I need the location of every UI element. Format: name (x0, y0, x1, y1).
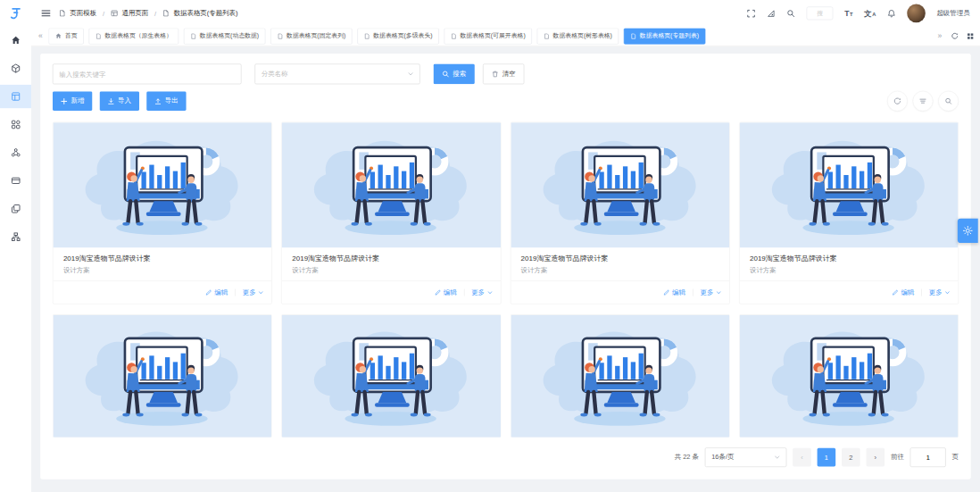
edit-button[interactable]: 编辑 (892, 288, 914, 296)
user-avatar[interactable] (907, 4, 926, 23)
tab-datagrid-dynamic[interactable]: 数据表格页(动态数据) (184, 28, 266, 44)
sidebar-item-pages[interactable] (0, 197, 31, 221)
translate-icon[interactable]: 文A (864, 10, 876, 18)
card-subtitle: 设计方案 (282, 263, 501, 280)
edit-button[interactable]: 编辑 (205, 288, 228, 296)
refresh-icon[interactable] (887, 91, 908, 112)
clear-button[interactable]: 清空 (483, 63, 524, 84)
edit-button[interactable]: 编辑 (663, 288, 685, 296)
edit-button[interactable]: 编辑 (434, 288, 456, 296)
zoom-icon[interactable] (938, 91, 959, 112)
topic-card[interactable] (53, 314, 272, 438)
page-button-1[interactable]: 1 (818, 448, 836, 467)
scroll-tabs-left-icon[interactable]: « (37, 31, 44, 40)
card-title: 2019淘宝造物节品牌设计案 (282, 247, 501, 263)
tab-label: 数据表格页(动态数据) (200, 31, 259, 40)
topic-card[interactable] (511, 314, 730, 438)
sidebar-item-components[interactable] (0, 56, 31, 79)
sidebar-item-dashboard[interactable] (0, 113, 31, 136)
edit-label: 编辑 (672, 288, 685, 296)
more-button[interactable]: 更多 (929, 288, 950, 296)
clear-button-label: 清空 (502, 70, 516, 79)
pencil-icon (892, 289, 898, 296)
prev-page-button[interactable]: ‹ (793, 448, 811, 467)
org-tree-icon (11, 232, 21, 242)
topic-card[interactable]: 2019淘宝造物节品牌设计案 设计方案 编辑 更多 (281, 122, 501, 304)
search-button[interactable]: 搜索 (434, 63, 475, 84)
file-icon (451, 33, 457, 39)
card-title: 2019淘宝造物节品牌设计案 (740, 247, 959, 263)
page-unit-label: 页 (952, 453, 959, 462)
more-label: 更多 (701, 288, 714, 296)
page-button-2[interactable]: 2 (842, 448, 860, 467)
breadcrumb-item[interactable]: 页面模板 (70, 9, 96, 18)
breadcrumb: 页面模板 / 通用页面 / 数据表格页(专题列表) (59, 9, 238, 18)
topic-card[interactable]: 2019淘宝造物节品牌设计案 设计方案 编辑 更多 (53, 122, 272, 304)
tab-datagrid-native[interactable]: 数据表格页（原生表格） (89, 28, 179, 44)
tab-bar: « 首页 数据表格页（原生表格） 数据表格页(动态数据) 数据表格页(固定表列)… (31, 27, 980, 46)
category-select[interactable]: 分类名称 (254, 63, 419, 84)
tabs: 首页 数据表格页（原生表格） 数据表格页(动态数据) 数据表格页(固定表列) 数… (49, 28, 932, 44)
topic-card[interactable] (739, 314, 959, 438)
sidebar-item-cards[interactable] (0, 169, 31, 192)
search-icon[interactable] (787, 9, 796, 18)
card-illustration (282, 122, 501, 247)
goto-label: 前往 (891, 453, 904, 462)
filter-row: 分类名称 搜索 清空 (53, 63, 959, 84)
breadcrumb-current: 数据表格页(专题列表) (174, 9, 238, 18)
sidebar-item-page-templates[interactable] (0, 85, 31, 108)
scroll-tabs-right-icon[interactable]: » (936, 31, 943, 40)
export-button[interactable]: 导出 (146, 91, 187, 111)
page-size-select[interactable]: 16条/页 (705, 447, 787, 467)
import-button[interactable]: 导入 (100, 91, 140, 111)
setsquare-icon[interactable] (767, 9, 776, 18)
tab-datagrid-tree[interactable]: 数据表格页(树形表格) (537, 28, 619, 44)
card-footer: 编辑 更多 (53, 280, 271, 304)
fullscreen-icon[interactable] (747, 9, 756, 18)
add-button[interactable]: 新增 (53, 91, 93, 111)
tab-datagrid-expandable[interactable]: 数据表格页(可展开表格) (444, 28, 532, 44)
tab-label: 数据表格页(专题列表) (640, 31, 699, 40)
file-icon (59, 10, 66, 17)
sidebar-item-home[interactable] (0, 29, 31, 52)
breadcrumb-item[interactable]: 通用页面 (121, 9, 148, 18)
quick-search-input[interactable] (807, 6, 834, 20)
goto-page-input[interactable] (910, 447, 946, 467)
card-title: 2019淘宝造物节品牌设计案 (53, 247, 271, 263)
density-icon[interactable] (913, 91, 934, 112)
action-row: 新增 导入 导出 (53, 91, 959, 111)
topic-card[interactable] (281, 314, 501, 438)
next-page-button[interactable]: › (867, 448, 885, 467)
file-icon (96, 33, 102, 39)
tab-label: 数据表格页(多级表头) (373, 31, 432, 40)
tab-datagrid-multi-header[interactable]: 数据表格页(多级表头) (358, 28, 440, 44)
more-button[interactable]: 更多 (701, 288, 721, 296)
topic-card[interactable]: 2019淘宝造物节品牌设计案 设计方案 编辑 更多 (739, 122, 959, 304)
card-illustration (740, 122, 959, 247)
layout-template-icon (11, 91, 21, 101)
keyword-search-input[interactable] (53, 63, 242, 84)
sidebar-item-system[interactable] (0, 141, 31, 164)
app-logo[interactable] (0, 0, 31, 27)
tab-datagrid-fixed-columns[interactable]: 数据表格页(固定表列) (270, 28, 353, 44)
menu-collapse-icon[interactable] (41, 9, 50, 17)
tab-home[interactable]: 首页 (49, 28, 84, 44)
theme-settings-button[interactable] (958, 219, 978, 243)
more-button[interactable]: 更多 (243, 288, 263, 296)
tab-layout-grid-icon[interactable] (967, 32, 974, 39)
bell-icon[interactable] (887, 9, 896, 18)
font-size-icon[interactable]: TT (844, 10, 852, 18)
user-name[interactable]: 超级管理员 (936, 9, 969, 18)
app-grid-icon (11, 120, 21, 129)
sidebar-item-org[interactable] (0, 225, 31, 248)
tab-datagrid-topic-list[interactable]: 数据表格页(专题列表) (624, 28, 706, 44)
more-button[interactable]: 更多 (471, 288, 492, 296)
edit-label: 编辑 (214, 288, 228, 296)
card-illustration (53, 122, 271, 247)
translate-main: 文 (864, 10, 872, 18)
copy-pages-icon (11, 204, 21, 213)
logo-icon (8, 5, 23, 21)
chevron-down-icon (408, 72, 413, 77)
topic-card[interactable]: 2019淘宝造物节品牌设计案 设计方案 编辑 更多 (511, 122, 730, 304)
refresh-tab-icon[interactable] (951, 32, 959, 40)
